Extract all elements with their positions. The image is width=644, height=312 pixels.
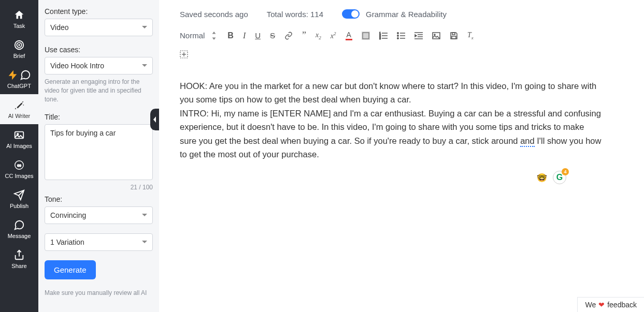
- generate-button[interactable]: Generate: [45, 260, 96, 279]
- float-widgets: 🤓 G 4: [535, 171, 566, 184]
- nav-aiwriter[interactable]: AI Writer: [0, 94, 38, 124]
- paragraph-style-select[interactable]: Normal: [180, 31, 218, 40]
- grammar-toggle[interactable]: [342, 9, 360, 19]
- unordered-list-button[interactable]: [397, 32, 405, 40]
- image-icon: [13, 129, 25, 141]
- word-count: Total words: 114: [267, 10, 323, 19]
- send-icon: [13, 189, 25, 201]
- tone-select[interactable]: Convincing: [45, 206, 153, 224]
- nav-message-label: Message: [8, 233, 31, 239]
- collapse-sidebar-button[interactable]: [150, 109, 159, 130]
- nav-brief-label: Brief: [13, 53, 25, 59]
- nav-message[interactable]: Message: [0, 214, 38, 244]
- nav-aiwriter-label: AI Writer: [8, 113, 31, 119]
- nav-task-label: Task: [13, 23, 25, 29]
- share-icon: [13, 249, 25, 261]
- nav-aiimages-label: AI Images: [6, 143, 32, 149]
- wand-icon: [13, 99, 25, 111]
- toolbar: Normal B I U S ” x2 x2 A 123 Tx: [159, 24, 644, 65]
- editor-content[interactable]: HOOK: Are you in the market for a new ca…: [159, 65, 644, 175]
- emoji-widget[interactable]: 🤓: [535, 171, 549, 184]
- content-type-label: Content type:: [45, 7, 153, 16]
- nav-task[interactable]: Task: [0, 4, 38, 34]
- heart-icon: ❤: [598, 301, 605, 309]
- floppy-icon: [450, 32, 458, 40]
- cc-icon: cc: [13, 159, 25, 171]
- highlight-button[interactable]: [362, 32, 370, 40]
- link-icon: [284, 32, 293, 40]
- subscript-button[interactable]: x2: [316, 31, 321, 40]
- ul-icon: [397, 32, 405, 40]
- nav-aiimages[interactable]: AI Images: [0, 124, 38, 154]
- intro-underlined-word: and: [520, 136, 535, 147]
- nav-share-label: Share: [11, 263, 26, 269]
- svg-rect-28: [452, 33, 455, 35]
- svg-point-26: [434, 34, 435, 35]
- variation-select[interactable]: 1 Variation: [45, 233, 153, 251]
- grammarly-badge: 4: [562, 168, 569, 175]
- saved-status: Saved seconds ago: [180, 10, 248, 19]
- nav-rail: Task Brief ChatGPT AI Writer AI Images c…: [0, 0, 38, 312]
- bold-button[interactable]: B: [227, 31, 234, 40]
- outdent-button[interactable]: [414, 32, 423, 40]
- hook-text: HOOK: Are you in the market for a new ca…: [180, 81, 596, 104]
- use-cases-hint: Generate an engaging intro for the video…: [45, 78, 153, 103]
- chat-icon: [20, 69, 31, 81]
- topbar: Saved seconds ago Total words: 114 Gramm…: [159, 0, 644, 24]
- clear-format-button[interactable]: Tx: [467, 31, 474, 40]
- image-insert-icon: [432, 32, 440, 40]
- outdent-icon: [414, 32, 423, 40]
- nav-publish-label: Publish: [10, 203, 28, 209]
- review-hint: Make sure you manually review all AI: [45, 289, 153, 298]
- use-cases-label: Use cases:: [45, 46, 153, 54]
- svg-text:cc: cc: [17, 163, 21, 168]
- title-input[interactable]: Tips for buying a car: [45, 124, 153, 180]
- grammarly-widget[interactable]: G 4: [553, 171, 566, 184]
- svg-point-15: [397, 32, 398, 33]
- title-label: Title:: [45, 113, 153, 121]
- feedback-button[interactable]: We ❤ feedback: [577, 297, 644, 312]
- nav-publish[interactable]: Publish: [0, 184, 38, 214]
- plus-box-icon: [180, 50, 188, 58]
- nav-brief[interactable]: Brief: [0, 34, 38, 64]
- svg-text:3: 3: [379, 37, 381, 40]
- chevron-left-icon: [152, 116, 158, 123]
- svg-point-17: [397, 35, 398, 36]
- use-cases-select[interactable]: Video Hook Intro: [45, 57, 153, 75]
- nav-share[interactable]: Share: [0, 244, 38, 274]
- svg-rect-27: [452, 36, 456, 39]
- title-counter: 21 / 100: [45, 184, 153, 191]
- ordered-list-button[interactable]: 123: [379, 32, 388, 40]
- content-type-select[interactable]: Video: [45, 19, 153, 36]
- italic-button[interactable]: I: [243, 31, 246, 40]
- home-icon: [13, 9, 25, 21]
- quote-button[interactable]: ”: [302, 30, 306, 41]
- strikethrough-button[interactable]: S: [270, 31, 275, 40]
- underline-button[interactable]: U: [255, 31, 261, 40]
- save-button[interactable]: [450, 32, 458, 40]
- add-block-button[interactable]: [180, 50, 623, 58]
- svg-point-19: [397, 37, 398, 38]
- superscript-button[interactable]: x2: [331, 31, 336, 40]
- nav-ccimages[interactable]: cc CC Images: [0, 154, 38, 184]
- ol-icon: 123: [379, 32, 388, 40]
- nav-ccimages-label: CC Images: [5, 173, 33, 179]
- nav-chatgpt[interactable]: ChatGPT: [0, 64, 38, 94]
- link-button[interactable]: [284, 32, 293, 40]
- text-color-button[interactable]: A: [346, 31, 352, 40]
- sidebar: Content type: Video Use cases: Video Hoo…: [38, 0, 159, 312]
- sort-icon: [210, 32, 218, 40]
- nav-chatgpt-label: ChatGPT: [7, 83, 31, 89]
- highlight-icon: [362, 32, 370, 40]
- message-icon: [13, 219, 25, 231]
- svg-point-2: [19, 44, 20, 46]
- image-button[interactable]: [432, 32, 440, 40]
- tone-label: Tone:: [45, 195, 153, 203]
- target-icon: [13, 39, 25, 51]
- main: Saved seconds ago Total words: 114 Gramm…: [159, 0, 644, 312]
- bolt-icon: [7, 69, 19, 81]
- grammar-label: Grammar & Readability: [366, 10, 447, 19]
